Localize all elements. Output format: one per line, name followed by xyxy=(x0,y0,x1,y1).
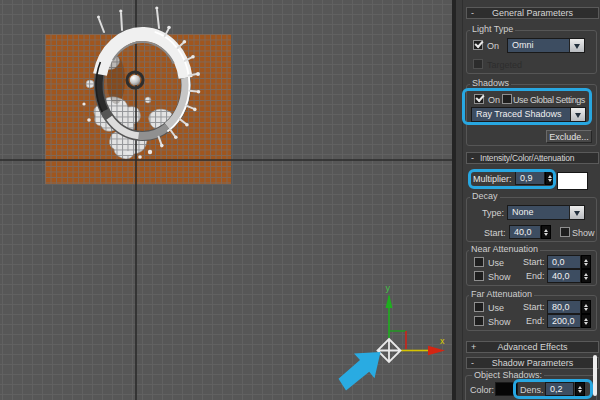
svg-text:x: x xyxy=(440,336,445,346)
svg-text:y: y xyxy=(386,283,391,293)
